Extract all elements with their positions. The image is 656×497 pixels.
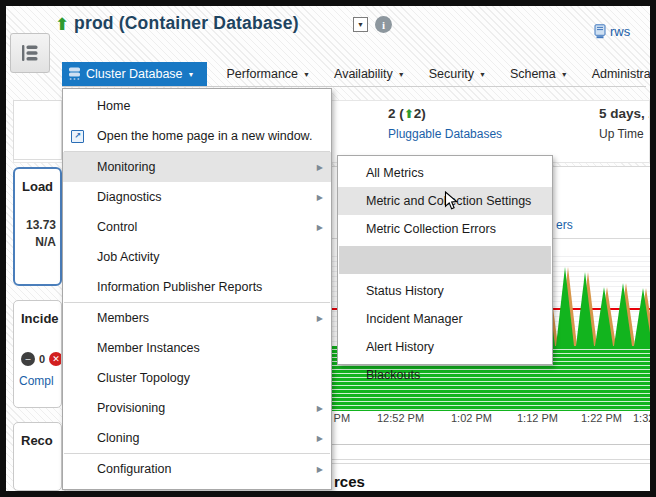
menu-item-label: Cluster Topology: [97, 371, 190, 385]
submenu-item[interactable]: Status History ▶: [338, 277, 552, 305]
submenu-arrow-icon: ▶: [317, 193, 323, 202]
navbar-item-label: Schema: [510, 67, 556, 81]
menu-item-label: Home: [97, 99, 130, 113]
chart-spike: [595, 287, 613, 346]
host-name-label: rws: [610, 24, 630, 39]
target-navbar: Cluster Database ▼ Performance ▼ Availab…: [62, 62, 646, 87]
submenu-item[interactable]: All Metrics ▶: [338, 159, 552, 187]
chart-spike: [576, 272, 594, 346]
host-indicator[interactable]: rws: [594, 24, 648, 39]
menu-item-label: Configuration: [97, 462, 171, 476]
menu-item[interactable]: ↗ Configuration ▶: [63, 454, 331, 484]
submenu-arrow-icon: ▶: [317, 404, 323, 413]
submenu-item[interactable]: Alert History ▶: [338, 333, 552, 361]
x-axis-tick-label: 12:52 PM: [377, 412, 424, 424]
submenu-item-label: Blackouts: [366, 368, 420, 382]
x-axis-tick-label: 1:02 PM: [451, 412, 492, 424]
load-card: Load 13.73 N/A: [13, 167, 62, 286]
recommendations-card: Reco: [13, 422, 62, 491]
menu-item[interactable]: ↗ Information Publisher Reports ▶: [63, 272, 331, 302]
navbar-item[interactable]: Cluster Database ▼: [62, 62, 207, 86]
navbar-item[interactable]: Administration ▼: [588, 62, 656, 86]
target-dropdown-button[interactable]: ▼: [353, 17, 368, 32]
uptime-label: Up Time: [599, 127, 644, 141]
pluggable-databases-link[interactable]: Pluggable Databases: [388, 127, 502, 141]
submenu-arrow-icon: ▶: [317, 434, 323, 443]
chart-spike: [634, 288, 650, 346]
incidents-card-title: Incide: [14, 301, 61, 326]
up-arrow-icon: ⬆: [404, 107, 414, 121]
submenu-item[interactable]: Blackouts ▶: [338, 361, 552, 389]
menu-item[interactable]: ↗ Home ▶: [63, 91, 331, 121]
load-value-secondary: N/A: [15, 235, 60, 249]
navbar-item-label: Security: [429, 67, 474, 81]
navbar-item-label: Administration: [592, 67, 656, 81]
navbar-item[interactable]: Security ▼: [425, 62, 490, 86]
monitoring-submenu: All Metrics ▶ Metric and Collection Sett…: [337, 155, 553, 365]
incidents-card: Incide – 0 ✕ Compl: [13, 300, 62, 408]
menu-item[interactable]: ↗ Job Activity ▶: [63, 242, 331, 272]
menu-item-label: Monitoring: [97, 160, 155, 174]
summary-card: [13, 100, 62, 160]
host-icon: [594, 24, 606, 39]
navbar-item-label: Cluster Database: [86, 67, 183, 81]
incident-badges: – 0 ✕: [21, 352, 61, 366]
chevron-down-icon: ▼: [561, 71, 568, 78]
resources-heading-fragment: rces: [334, 473, 365, 490]
menu-item[interactable]: ↗ Cloning ▶: [63, 423, 331, 453]
submenu-item[interactable]: Incident Manager ▶: [338, 305, 552, 333]
x-axis-tick-label: 1:32 PM: [633, 412, 650, 424]
app-window: ⬆ prod (Container Database) ▼ i rws Clus…: [0, 0, 656, 497]
mouse-cursor: [444, 191, 459, 216]
navbar-item[interactable]: Availability ▼: [330, 62, 409, 86]
target-status-up-icon: ⬆: [55, 14, 69, 35]
submenu-item-label: Alert History: [366, 340, 434, 354]
menu-item[interactable]: ↗ Member Instances ▶: [63, 333, 331, 363]
menu-item-label: Information Publisher Reports: [97, 280, 262, 294]
members-link-fragment[interactable]: ers: [556, 218, 573, 232]
menu-item-label: Job Activity: [97, 250, 160, 264]
chart-spike: [556, 267, 574, 346]
menu-item[interactable]: ↗ Diagnostics ▶: [63, 182, 331, 212]
menu-item-label: Members: [97, 311, 149, 325]
submenu-item-label: Incident Manager: [366, 312, 463, 326]
recommendations-card-title: Reco: [14, 423, 61, 448]
info-icon[interactable]: i: [375, 16, 392, 33]
menu-item-label: Diagnostics: [97, 190, 162, 204]
sidebar-toggle-button[interactable]: [10, 33, 50, 73]
load-card-title: Load: [15, 169, 60, 194]
submenu-arrow-icon: ▶: [317, 223, 323, 232]
menu-item[interactable]: ↗ Members ▶: [63, 303, 331, 333]
load-value: 13.73: [15, 218, 60, 232]
compliance-link[interactable]: Compl: [14, 366, 61, 388]
navbar-item[interactable]: Performance ▼: [223, 62, 315, 86]
menu-item-label: Member Instances: [97, 341, 200, 355]
submenu-arrow-icon: ▶: [317, 314, 323, 323]
x-axis-tick-label: 1:22 PM: [581, 412, 622, 424]
minus-badge-icon: –: [21, 352, 35, 366]
pluggable-db-count: 2 (⬆2): [388, 106, 426, 121]
chart-spike: [614, 283, 632, 346]
menu-item-label: Open the home page in a new window.: [97, 129, 312, 143]
chevron-down-icon: ▼: [303, 71, 310, 78]
submenu-item-label: Status History: [366, 284, 444, 298]
tree-toggle-icon: [19, 43, 41, 63]
database-icon: [68, 67, 81, 81]
submenu-item[interactable]: [339, 246, 551, 274]
menu-item[interactable]: ↗ Monitoring ▶: [63, 152, 331, 182]
chevron-down-icon: ▼: [188, 71, 195, 78]
x-axis-tick-label: 1:12 PM: [517, 412, 558, 424]
cluster-database-menu: ↗ Home ▶ ↗ Open the home page in a new w…: [62, 88, 332, 490]
submenu-item[interactable]: Metric Collection Errors ▶: [338, 215, 552, 243]
menu-item-label: Provisioning: [97, 401, 165, 415]
navbar-item-label: Availability: [334, 67, 393, 81]
menu-item[interactable]: ↗ Control ▶: [63, 212, 331, 242]
incident-count: 0: [39, 353, 45, 365]
menu-item[interactable]: ↗ Cluster Topology ▶: [63, 363, 331, 393]
uptime-value: 5 days, 2: [599, 106, 650, 121]
chevron-down-icon: ▼: [398, 71, 405, 78]
critical-badge-icon: ✕: [49, 352, 62, 366]
menu-item[interactable]: ↗ Open the home page in a new window. ▶: [63, 121, 331, 151]
navbar-item[interactable]: Schema ▼: [506, 62, 572, 86]
menu-item[interactable]: ↗ Provisioning ▶: [63, 393, 331, 423]
